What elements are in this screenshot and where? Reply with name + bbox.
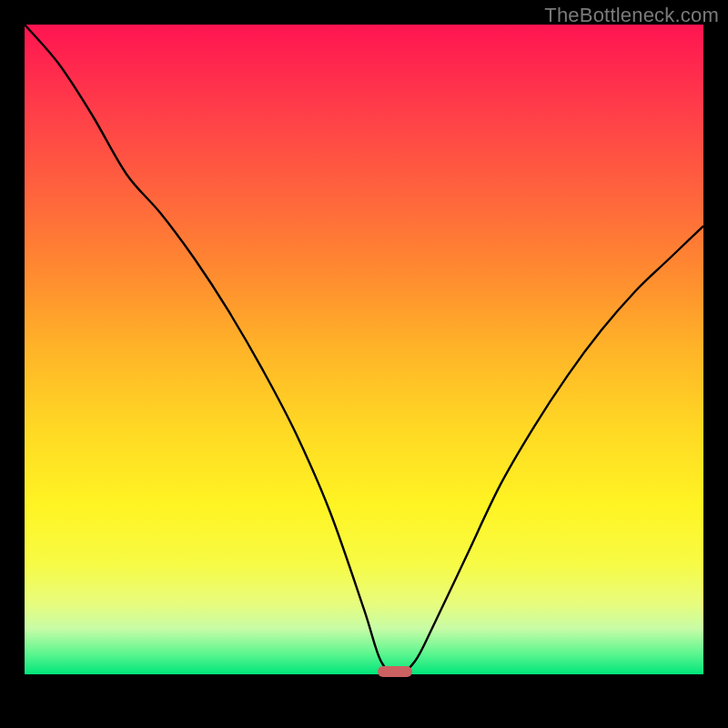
optimum-marker [378,666,412,677]
plot-frame [25,25,703,703]
heat-gradient-background [25,25,703,674]
watermark-text: TheBottleneck.com [544,4,719,27]
